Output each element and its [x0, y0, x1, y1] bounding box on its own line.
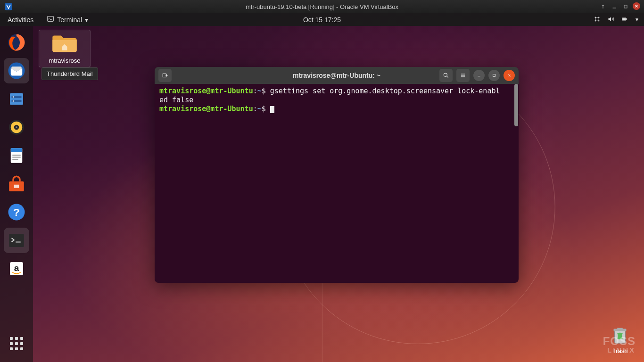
- terminal-window: mtravisrose@mtr-Ubuntu: ~: [155, 67, 519, 283]
- watermark: FOSS LINUX: [603, 336, 636, 354]
- vbox-minimize-button[interactable]: [610, 2, 619, 11]
- chevron-down-icon: ▼: [635, 17, 639, 22]
- virtualbox-titlebar: mtr-ubuntu-19.10-beta [Running] - Oracle…: [0, 0, 644, 13]
- clock[interactable]: Oct 15 17:25: [0, 16, 644, 24]
- dock-tooltip: Thunderbird Mail: [41, 67, 98, 80]
- virtualbox-window-controls: [599, 2, 644, 11]
- gnome-topbar: Activities Terminal ▾ Oct 15 17:25 ▼: [0, 13, 644, 26]
- terminal-body[interactable]: mtravisrose@mtr-Ubuntu:~$ gsettings set …: [155, 84, 519, 283]
- svg-rect-5: [48, 16, 54, 22]
- new-tab-button[interactable]: [158, 69, 172, 82]
- ubuntu-dock: ? a: [0, 26, 33, 362]
- virtualbox-icon: [4, 2, 13, 11]
- svg-text:a: a: [14, 263, 19, 273]
- search-button[interactable]: [439, 69, 453, 82]
- chevron-down-icon: ▾: [85, 16, 88, 24]
- svg-line-40: [447, 76, 448, 78]
- terminal-line-1-wrap: ed false: [159, 96, 514, 105]
- terminal-command: gsettings set org.gnome.desktop.screensa…: [266, 87, 500, 95]
- svg-point-23: [16, 126, 17, 128]
- dock-amazon[interactable]: a: [4, 256, 29, 281]
- svg-point-19: [13, 100, 14, 102]
- dock-files[interactable]: [4, 86, 29, 112]
- activities-button[interactable]: Activities: [5, 16, 36, 24]
- dock-firefox[interactable]: [4, 30, 29, 55]
- dock-thunderbird[interactable]: [4, 58, 29, 83]
- svg-point-18: [13, 96, 14, 98]
- system-tray[interactable]: ▼: [594, 16, 639, 24]
- folder-icon: [50, 33, 79, 54]
- terminal-icon: [47, 15, 54, 24]
- svg-text:?: ?: [13, 206, 20, 218]
- ubuntu-desktop: Activities Terminal ▾ Oct 15 17:25 ▼: [0, 13, 644, 362]
- terminal-cursor: [270, 106, 274, 113]
- hamburger-menu-button[interactable]: [456, 69, 470, 82]
- svg-rect-12: [627, 18, 627, 20]
- dock-rhythmbox[interactable]: [4, 115, 29, 140]
- home-folder-label: mtravisrose: [41, 57, 88, 64]
- svg-rect-25: [11, 148, 23, 152]
- dock-libreoffice-writer[interactable]: [4, 143, 29, 168]
- svg-rect-27: [12, 157, 21, 158]
- appmenu-label: Terminal: [57, 16, 82, 24]
- close-button[interactable]: [504, 70, 515, 81]
- svg-rect-11: [622, 18, 626, 20]
- dock-ubuntu-software[interactable]: [4, 171, 29, 197]
- vbox-maximize-button[interactable]: [621, 2, 630, 11]
- terminal-titlebar[interactable]: mtravisrose@mtr-Ubuntu: ~: [155, 67, 519, 84]
- battery-icon[interactable]: [621, 16, 628, 24]
- svg-rect-30: [14, 185, 19, 188]
- terminal-line-1: mtravisrose@mtr-Ubuntu:~$ gsettings set …: [159, 87, 514, 96]
- vbox-pin-icon[interactable]: [599, 2, 607, 11]
- show-applications-button[interactable]: [4, 331, 29, 356]
- terminal-line-2: mtravisrose@mtr-Ubuntu:~$: [159, 105, 514, 114]
- appmenu-terminal[interactable]: Terminal ▾: [47, 15, 88, 24]
- terminal-scrollbar[interactable]: [514, 84, 518, 126]
- dock-terminal[interactable]: [4, 228, 29, 253]
- maximize-button[interactable]: [488, 70, 500, 81]
- svg-rect-45: [493, 74, 495, 77]
- minimize-button[interactable]: [473, 70, 485, 81]
- svg-rect-2: [624, 5, 627, 8]
- vbox-close-button[interactable]: [633, 2, 640, 10]
- svg-rect-26: [12, 155, 21, 156]
- virtualbox-title: mtr-ubuntu-19.10-beta [Running] - Oracle…: [0, 3, 644, 10]
- svg-rect-15: [10, 93, 23, 105]
- network-icon[interactable]: [594, 16, 601, 24]
- dock-help[interactable]: ?: [4, 199, 29, 225]
- svg-rect-28: [12, 159, 18, 160]
- svg-point-39: [444, 73, 447, 76]
- svg-rect-33: [9, 234, 24, 247]
- home-folder-icon[interactable]: mtravisrose: [39, 30, 91, 67]
- volume-icon[interactable]: [607, 16, 614, 24]
